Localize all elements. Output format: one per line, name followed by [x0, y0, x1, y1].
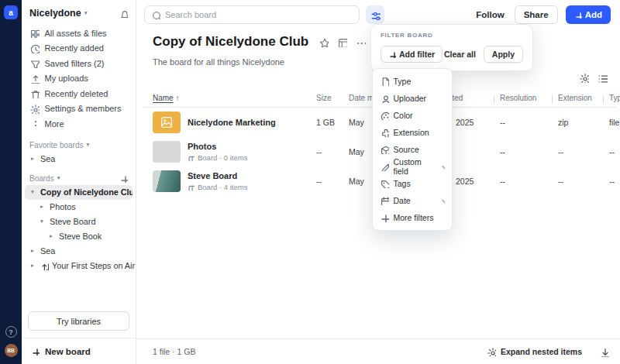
image-icon	[160, 116, 173, 129]
download-icon	[599, 347, 609, 357]
cell-type: --	[609, 177, 615, 186]
swap-arrows-icon	[40, 262, 49, 270]
menu-item-extension[interactable]: Extension	[373, 124, 452, 141]
follow-button[interactable]: Follow	[474, 10, 506, 19]
column-header-resolution[interactable]: Resolution	[500, 94, 536, 102]
sidebar-item-recently-deleted[interactable]: Recently deleted	[22, 86, 136, 101]
cell-type: --	[609, 147, 615, 156]
app-logo-icon[interactable]: a	[4, 5, 18, 19]
cell-type: file	[609, 118, 619, 127]
sidebar-board-sea[interactable]: ▸ Sea	[22, 244, 136, 259]
search-input[interactable]	[165, 10, 353, 19]
sidebar-board-steve-book[interactable]: ▸ Steve Book	[22, 229, 136, 244]
add-filter-button[interactable]: Add filter	[381, 46, 443, 63]
board-label: Sea	[40, 154, 55, 163]
board-icon	[188, 184, 195, 191]
filter-panel-title: FILTER BOARD	[381, 32, 523, 39]
expand-nested-items-toggle[interactable]: Expand nested items	[487, 347, 582, 356]
help-icon[interactable]: ?	[5, 326, 17, 338]
sidebar-board-copy-of-nicelydone-club[interactable]: ▾ Copy of Nicelydone Club	[25, 185, 133, 200]
board-settings-icon[interactable]	[579, 73, 589, 83]
asset-name: Nicelydone Marketing	[188, 118, 276, 127]
chevron-down-icon: ▾	[84, 10, 88, 16]
try-libraries-button[interactable]: Try libraries	[28, 311, 129, 331]
menu-item-date[interactable]: Date	[373, 192, 452, 209]
sidebar-item-label: My uploads	[45, 74, 88, 83]
color-icon	[380, 111, 389, 120]
cell-extension: zip	[558, 118, 568, 127]
boards-section-header[interactable]: Boards ▾	[22, 171, 136, 185]
plus-icon	[380, 213, 389, 222]
download-button[interactable]	[599, 347, 609, 357]
asset-subtitle: Board · 4 items	[198, 183, 247, 191]
cell-date-created: 2025	[456, 177, 474, 186]
menu-item-custom-field[interactable]: Custom field	[373, 158, 452, 175]
cell-date-created: 2025	[456, 118, 474, 127]
views-icon[interactable]	[337, 37, 347, 47]
board-thumbnail	[153, 141, 181, 163]
column-header-name[interactable]: Name ↑	[153, 94, 179, 102]
pencil-icon	[380, 162, 389, 171]
menu-item-uploader[interactable]: Uploader	[373, 90, 452, 107]
workspace-switcher[interactable]: Nicelydone ▾	[22, 6, 136, 26]
share-button[interactable]: Share	[515, 5, 558, 24]
sidebar-item-all-assets[interactable]: All assets & files	[22, 26, 136, 41]
more-options-icon[interactable]	[356, 37, 366, 47]
avatar[interactable]: BB	[5, 344, 18, 357]
asset-name: Photos	[188, 142, 247, 151]
sidebar-item-saved-filters[interactable]: Saved filters (2)	[22, 56, 136, 71]
menu-item-more-filters[interactable]: More filters	[373, 209, 452, 226]
selection-summary: 1 file · 1 GB	[153, 347, 195, 356]
cell-resolution: --	[500, 147, 505, 156]
sidebar-board-sea-favorite[interactable]: ▸ Sea	[22, 152, 136, 167]
filter-menu: Type Uploader Color Extension Source Cus…	[372, 68, 453, 231]
add-button[interactable]: Add	[566, 5, 611, 24]
favorites-section-header[interactable]: Favorite boards ▾	[22, 138, 136, 152]
bell-icon[interactable]	[119, 9, 128, 18]
chevron-right-icon: ▸	[31, 263, 37, 269]
cube-icon	[380, 145, 389, 154]
sidebar-item-label: Recently added	[45, 43, 104, 53]
menu-item-type[interactable]: Type	[373, 73, 452, 90]
sidebar-item-settings-members[interactable]: Settings & members	[22, 101, 136, 117]
grid-icon	[29, 29, 40, 39]
chevron-right-icon: ▸	[31, 248, 37, 254]
cell-date-modified: May	[349, 118, 364, 127]
sidebar-board-first-steps[interactable]: ▸ Your First Steps on Air	[22, 259, 136, 273]
cell-date-modified: May	[349, 177, 364, 186]
asset-subtitle: Board · 0 items	[198, 153, 247, 162]
apply-button[interactable]: Apply	[484, 46, 523, 63]
board-label: Steve Book	[59, 232, 102, 241]
tag-icon	[380, 179, 389, 188]
chevron-right-icon: ▸	[50, 233, 56, 239]
menu-item-color[interactable]: Color	[373, 107, 452, 124]
menu-item-tags[interactable]: Tags	[373, 175, 452, 192]
cell-date-modified: May	[349, 147, 364, 156]
sidebar-item-more[interactable]: More	[22, 116, 136, 132]
search-icon	[151, 10, 160, 19]
view-options-icon[interactable]	[598, 73, 608, 83]
column-header-size[interactable]: Size	[316, 94, 331, 102]
trash-icon	[29, 89, 40, 99]
menu-item-source[interactable]: Source	[373, 141, 452, 158]
board-label: Copy of Nicelydone Club	[40, 187, 133, 197]
sidebar-item-recently-added[interactable]: Recently added	[22, 41, 136, 57]
clear-all-button[interactable]: Clear all	[444, 50, 476, 59]
add-board-icon[interactable]	[119, 174, 128, 183]
new-board-button[interactable]: New board	[22, 338, 136, 364]
filter-toggle-button[interactable]	[366, 5, 384, 24]
sidebar-board-photos[interactable]: ▸ Photos	[22, 200, 136, 215]
workspace-rail: a ? BB	[0, 0, 22, 364]
column-divider	[552, 95, 553, 104]
sidebar-item-label: Recently deleted	[45, 89, 108, 98]
sidebar-item-my-uploads[interactable]: My uploads	[22, 71, 136, 87]
column-header-type[interactable]: Type	[609, 94, 620, 102]
workspace-name: Nicelydone	[29, 8, 81, 19]
clock-icon	[29, 43, 40, 53]
column-header-extension[interactable]: Extension	[558, 94, 592, 102]
plus-icon	[574, 11, 582, 19]
search-bar[interactable]	[144, 5, 360, 24]
star-icon[interactable]	[319, 37, 329, 47]
board-label: Your First Steps on Air	[52, 261, 135, 270]
sidebar-board-steve-board[interactable]: ▾ Steve Board	[22, 215, 136, 229]
